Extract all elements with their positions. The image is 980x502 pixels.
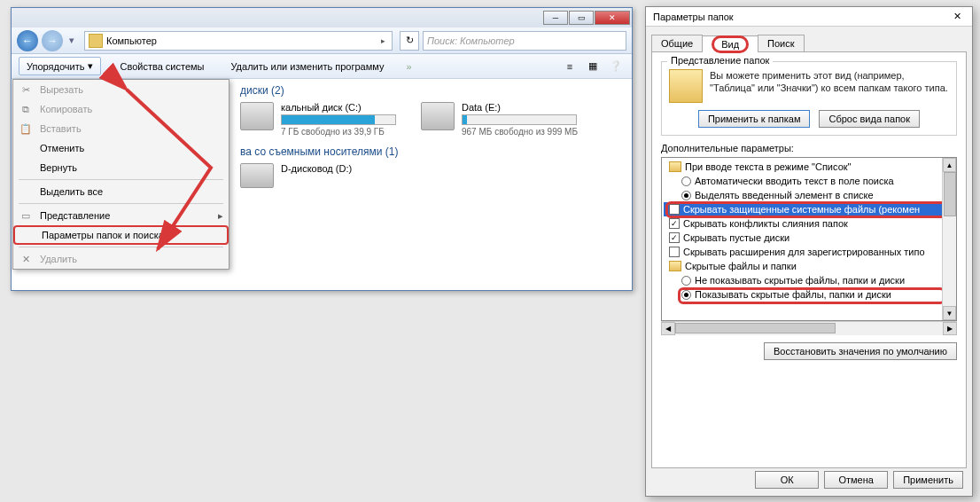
search-input[interactable]: Поиск: Компьютер <box>423 31 626 51</box>
tree-item-hide-protected[interactable]: Скрывать защищенные системные файлы (рек… <box>664 202 954 216</box>
drive-c[interactable]: кальный диск (C:) 7 ГБ свободно из 39,9 … <box>240 102 396 137</box>
dialog-footer: ОК Отмена Применить <box>755 471 963 489</box>
menu-layout[interactable]: ▭Представление <box>13 206 229 225</box>
paste-icon: 📋 <box>19 122 33 136</box>
forward-button[interactable]: → <box>42 30 63 51</box>
scroll-up-icon[interactable]: ▲ <box>943 158 956 172</box>
dvd-icon <box>240 163 274 188</box>
tree-item[interactable]: Скрывать конфликты слияния папок <box>664 216 954 231</box>
drive-icon <box>240 102 274 130</box>
tree-item[interactable]: При вводе текста в режиме "Список" <box>664 160 954 174</box>
radio-icon[interactable] <box>681 276 691 286</box>
menu-delete[interactable]: ✕Удалить <box>13 249 229 269</box>
tab-search[interactable]: Поиск <box>758 35 804 51</box>
toolbar-overflow[interactable]: » <box>402 61 415 72</box>
group-folder-view: Представление папок Вы можете применить … <box>661 61 957 136</box>
chevron-right-icon[interactable]: ▸ <box>381 36 385 45</box>
checkbox-icon[interactable] <box>669 218 680 229</box>
checkbox-icon[interactable] <box>669 232 680 243</box>
menu-copy[interactable]: ⧉Копировать <box>13 99 229 119</box>
menu-paste[interactable]: 📋Вставить <box>13 119 229 138</box>
tree-item-show-hidden[interactable]: Показывать скрытые файлы, папки и диски <box>664 287 954 302</box>
view-options-icon[interactable]: ≡ <box>561 58 579 75</box>
ok-button[interactable]: ОК <box>755 471 819 489</box>
menu-folder-options[interactable]: Параметры папок и поиска <box>13 225 229 245</box>
explorer-content: диски (2) кальный диск (C:) 7 ГБ свободн… <box>231 79 632 290</box>
back-button[interactable]: ← <box>17 30 38 51</box>
tabs: Общие Вид Поиск <box>646 30 972 51</box>
close-button[interactable]: ✕ <box>595 11 630 25</box>
maximize-button[interactable]: ▭ <box>569 11 594 25</box>
checkbox-icon[interactable] <box>669 204 680 215</box>
uninstall-program-button[interactable]: Удалить или изменить программу <box>222 58 392 75</box>
drive-e[interactable]: Data (E:) 967 МБ свободно из 999 МБ <box>421 102 578 137</box>
dialog-close-button[interactable]: ✕ <box>949 9 965 25</box>
folder-options-dialog: Параметры папок ✕ Общие Вид Поиск Предст… <box>645 6 973 497</box>
tree-item[interactable]: Скрытые файлы и папки <box>664 259 954 273</box>
tree-item[interactable]: Не показывать скрытые файлы, папки и дис… <box>664 273 954 287</box>
cut-icon: ✂ <box>19 82 33 97</box>
scroll-right-icon[interactable]: ▶ <box>943 322 957 335</box>
explorer-window: ─ ▭ ✕ ← → ▾ Компьютер ▸ ↻ Поиск: Компьют… <box>11 7 633 291</box>
reset-folders-button[interactable]: Сброс вида папок <box>819 110 920 128</box>
removable-header: ва со съемными носителями (1) <box>240 145 623 158</box>
horizontal-scrollbar[interactable]: ◀ ▶ <box>661 321 957 335</box>
menu-select-all[interactable]: Выделить все <box>13 182 229 201</box>
history-dropdown[interactable]: ▾ <box>66 30 77 51</box>
menu-redo[interactable]: Вернуть <box>13 158 229 177</box>
tab-view[interactable]: Вид <box>702 35 758 52</box>
folder-icon <box>669 161 681 172</box>
disks-header: диски (2) <box>240 84 623 97</box>
cancel-button[interactable]: Отмена <box>824 471 888 489</box>
drive-dvd[interactable]: D-дисковод (D:) <box>240 163 623 188</box>
system-properties-button[interactable]: Свойства системы <box>112 58 212 75</box>
apply-to-folders-button[interactable]: Применить к папкам <box>698 110 811 128</box>
advanced-settings-label: Дополнительные параметры: <box>661 143 957 153</box>
tree-item[interactable]: Скрывать расширения для зарегистрированн… <box>664 245 954 259</box>
folder-icon <box>669 69 703 103</box>
tree-item[interactable]: Автоматически вводить текст в поле поиск… <box>664 174 954 188</box>
dialog-titlebar: Параметры папок ✕ <box>646 7 972 27</box>
refresh-button[interactable]: ↻ <box>400 31 419 51</box>
advanced-settings-tree[interactable]: При вводе текста в режиме "Список" Автом… <box>661 157 957 321</box>
tab-panel-view: Представление папок Вы можете применить … <box>651 51 967 468</box>
scroll-thumb[interactable] <box>675 323 836 333</box>
help-icon[interactable]: ❔ <box>607 58 625 75</box>
tree-item[interactable]: Скрывать пустые диски <box>664 231 954 245</box>
toolbar: Упорядочить ▾ Свойства системы Удалить и… <box>12 54 632 79</box>
radio-icon[interactable] <box>681 290 691 300</box>
scroll-thumb[interactable] <box>944 172 956 216</box>
vertical-scrollbar[interactable]: ▲ ▼ <box>942 158 956 320</box>
menu-undo[interactable]: Отменить <box>13 138 229 158</box>
explorer-titlebar: ─ ▭ ✕ <box>12 8 632 27</box>
restore-defaults-button[interactable]: Восстановить значения по умолчанию <box>764 342 957 360</box>
organize-menu: ✂Вырезать ⧉Копировать 📋Вставить Отменить… <box>12 79 229 270</box>
computer-icon <box>89 34 103 48</box>
minimize-button[interactable]: ─ <box>543 11 568 25</box>
tab-general[interactable]: Общие <box>651 35 703 51</box>
tree-item[interactable]: Выделять введенный элемент в списке <box>664 188 954 202</box>
scroll-left-icon[interactable]: ◀ <box>661 322 675 335</box>
breadcrumb[interactable]: Компьютер <box>106 35 378 46</box>
menu-cut[interactable]: ✂Вырезать <box>13 80 229 99</box>
views-icon[interactable]: ▦ <box>584 58 602 75</box>
scroll-down-icon[interactable]: ▼ <box>943 306 956 320</box>
radio-icon[interactable] <box>681 191 691 200</box>
nav-bar: ← → ▾ Компьютер ▸ ↻ Поиск: Компьютер <box>12 27 632 54</box>
folder-icon <box>669 261 681 271</box>
apply-button[interactable]: Применить <box>893 471 963 489</box>
address-bar[interactable]: Компьютер ▸ <box>84 31 393 51</box>
copy-icon: ⧉ <box>19 102 33 116</box>
layout-icon: ▭ <box>19 208 33 223</box>
dialog-title: Параметры папок <box>653 12 734 22</box>
organize-button[interactable]: Упорядочить ▾ <box>19 57 101 75</box>
drive-icon <box>421 102 455 130</box>
radio-icon[interactable] <box>681 176 691 186</box>
checkbox-icon[interactable] <box>669 247 680 257</box>
delete-icon: ✕ <box>19 252 33 266</box>
